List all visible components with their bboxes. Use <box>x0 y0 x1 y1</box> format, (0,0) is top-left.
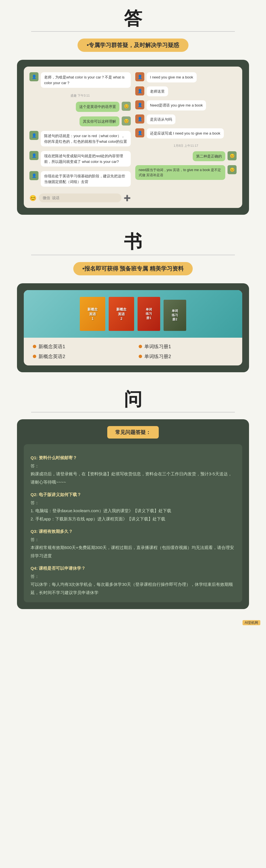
right-avatar3: 👤 <box>135 100 144 110</box>
right-msg6-row: 第二种是正确的 😊 <box>135 151 237 161</box>
bullet-3 <box>33 355 36 358</box>
chat-input-row[interactable]: 😊 ➕ <box>29 193 131 202</box>
bullet-1 <box>33 345 36 348</box>
books-divider <box>31 255 235 255</box>
faq-body4: 可以休学；每人均有3次休学机会，每次最多休学30天（登录课程自行操作即可办理），… <box>31 581 235 597</box>
reply2-bubble: 其实你可以这样理解 <box>79 117 120 127</box>
faq-body1: 购课成功后，请登录账号，在【资料快递】处填写收货信息，资料会在三个工作日内发货，… <box>31 470 235 486</box>
chat-container: 👤 老师，为啥是what color is your car？不是 what i… <box>17 60 249 215</box>
right-msg2-row: 👤 老师送里 <box>135 86 237 97</box>
right-msg7-row: need跟当于动词，you 宾语，to give me a book 是不定式做… <box>135 165 237 180</box>
right-avatar1: 👤 <box>135 72 144 81</box>
right-my-avatar2: 😊 <box>228 165 237 174</box>
book-cover-2: 新概念英语2 <box>109 297 134 331</box>
watermark-area: AI堂机网 <box>0 618 266 628</box>
student-avatar2: 😊 <box>122 117 131 125</box>
reply3-bubble: 现在把陈述句变成疑问句就是把red处的内容管理前，所以题问就变成了 what c… <box>41 151 131 166</box>
right-timestamp: 1月8日 上午11:17 <box>135 144 237 148</box>
chat-inner: 👤 老师，为啥是what color is your car？不是 what i… <box>24 67 242 208</box>
right-my-avatar1: 😊 <box>228 151 237 160</box>
student-avatar1: 😊 <box>122 102 131 111</box>
teacher-avatar3: 👤 <box>29 151 38 160</box>
book-cover-4: 单词练习册2 <box>164 300 186 331</box>
faq-item-1: Q1: 资料什么时候邮寄？ 答： 购课成功后，请登录账号，在【资料快递】处填写收… <box>31 454 235 486</box>
add-icon[interactable]: ➕ <box>124 195 131 202</box>
faq-a4: 答： <box>31 572 235 581</box>
right-msg7: need跟当于动词，you 宾语，to give me a book 是不定式做… <box>135 165 225 180</box>
book-label-2: 单词练习册1 <box>144 343 171 350</box>
book-cover-1: 新概念英语1 <box>80 297 105 331</box>
faq-container: 常见问题答疑： Q1: 资料什么时候邮寄？ 答： 购课成功后，请登录账号，在【资… <box>17 419 249 609</box>
reply4-bubble: 你现在处于英语学习很基础的阶段，建议先把这些当做固定搭配（词组）去背 <box>41 171 131 187</box>
faq-a3: 答： <box>31 536 235 544</box>
book-label-3: 新概念英语2 <box>38 353 65 360</box>
faq-item-4: Q4: 课程是否可以申请休学？ 答： 可以休学；每人均有3次休学机会，每次最多休… <box>31 564 235 597</box>
chat-right-panel: 👤 I need you give me a book 👤 老师送里 👤 Nee… <box>135 72 237 202</box>
right-msg1: I need you give me a book <box>146 72 197 83</box>
book-item-3: 新概念英语2 <box>33 353 127 360</box>
right-msg5-row: 👤 还是应该写成 I need you to give me a book <box>135 128 237 138</box>
book-label-4: 单词练习册2 <box>144 353 171 360</box>
right-msg3-row: 👤 Need是谓语 you give me a book <box>135 100 237 111</box>
reply4-row: 👤 你现在处于英语学习很基础的阶段，建议先把这些当做固定搭配（词组）去背 <box>29 171 131 187</box>
right-msg1-row: 👤 I need you give me a book <box>135 72 237 83</box>
bullet-2 <box>139 345 142 348</box>
right-msg3: Need是谓语 you give me a book <box>146 100 206 111</box>
teacher-avatar2: 👤 <box>29 131 38 140</box>
watermark-badge: AI堂机网 <box>242 620 260 625</box>
book-label-1: 新概念英语1 <box>38 343 65 350</box>
books-list: 新概念英语1 单词练习册1 新概念英语2 单词练习册2 <box>24 338 242 366</box>
chat-timestamp-left: 盛趣 下午3:11 <box>29 93 131 98</box>
faq-q4: Q4: 课程是否可以申请休学？ <box>31 564 235 572</box>
reply1-row: 这个是英语中的语序置 😊 <box>29 102 131 112</box>
bullet-4 <box>139 355 142 358</box>
reply3-row: 👤 现在把陈述句变成疑问句就是把red处的内容管理前，所以题问就变成了 what… <box>29 151 131 166</box>
teacher-avatar4: 👤 <box>29 171 38 180</box>
right-msg2: 老师送里 <box>146 86 168 97</box>
faq-q3: Q3: 课程有效期多久？ <box>31 527 235 536</box>
answer-divider <box>31 31 235 32</box>
teacher-avatar: 👤 <box>29 72 38 81</box>
chat-row-teacher: 👤 老师，为啥是what color is your car？不是 what i… <box>29 72 131 88</box>
book-item-4: 单词练习册2 <box>139 353 233 360</box>
right-avatar2: 👤 <box>135 86 144 95</box>
right-msg5: 还是应该写成 I need you to give me a book <box>146 128 224 138</box>
books-section: 书 •报名即可获得 预备班专属 精美学习资料 新概念英语1 新概念英语2 单词练… <box>0 223 266 380</box>
right-msg4-row: 👤 是宾语从句吗 <box>135 115 237 125</box>
chat-left-panel: 👤 老师，为啥是what color is your car？不是 what i… <box>29 72 131 202</box>
faq-content: Q1: 资料什么时候邮寄？ 答： 购课成功后，请登录账号，在【资料快递】处填写收… <box>24 444 242 602</box>
right-avatar4: 👤 <box>135 115 144 124</box>
book-cover-3: 单词练习册1 <box>137 297 160 331</box>
faq-body3: 本课程常规有效期600天+免费延期300天，课程过期后，直录播课程（包括缓存视频… <box>31 544 235 560</box>
faq-subtitle: 常见问题答疑： <box>107 426 159 438</box>
faq-a2: 答： <box>31 499 235 507</box>
books-container: 新概念英语1 新概念英语2 单词练习册1 单词练习册2 新概 <box>17 283 249 372</box>
faq-body2: 1. 电脑端：登录daxue.koolearn.com）进入我的课堂》【讲义下载… <box>31 507 235 523</box>
books-inner: 新概念英语1 新概念英语2 单词练习册1 单词练习册2 新概 <box>24 290 242 366</box>
book-item-2: 单词练习册1 <box>139 343 233 350</box>
books-title: 书 <box>6 232 260 252</box>
right-msg4: 是宾语从句吗 <box>146 115 175 125</box>
books-banner: 新概念英语1 新概念英语2 单词练习册1 单词练习册2 <box>24 290 242 338</box>
faq-q2: Q2: 电子版讲义如何下载？ <box>31 491 235 499</box>
faq-item-2: Q2: 电子版讲义如何下载？ 答： 1. 电脑端：登录daxue.koolear… <box>31 491 235 523</box>
emoji-icon[interactable]: 😊 <box>29 195 36 202</box>
book-item-1: 新概念英语1 <box>33 343 127 350</box>
student-long-row: 👤 陈述句的话就是：your car is red（what color），你的… <box>29 131 131 147</box>
answer-title: 答 <box>6 8 260 28</box>
faq-divider <box>31 412 235 412</box>
answer-subtitle: •专属学习群答疑，及时解决学习疑惑 <box>77 38 188 52</box>
reply2-row: 其实你可以这样理解 😊 <box>29 117 131 127</box>
answer-section: 答 •专属学习群答疑，及时解决学习疑惑 👤 老师，为啥是what color i… <box>0 0 266 223</box>
faq-q1: Q1: 资料什么时候邮寄？ <box>31 454 235 462</box>
reply1-bubble: 这个是英语中的语序置 <box>76 102 120 112</box>
faq-section: 问 常见问题答疑： Q1: 资料什么时候邮寄？ 答： 购课成功后，请登录账号，在… <box>0 381 266 618</box>
faq-item-3: Q3: 课程有效期多久？ 答： 本课程常规有效期600天+免费延期300天，课程… <box>31 527 235 560</box>
faq-a1: 答： <box>31 462 235 470</box>
chat-input[interactable] <box>39 193 122 202</box>
books-subtitle: •报名即可获得 预备班专属 精美学习资料 <box>73 262 193 275</box>
student-long-bubble: 陈述句的话就是：your car is red（what color），你的车是… <box>41 131 131 147</box>
right-avatar5: 👤 <box>135 128 144 137</box>
teacher-bubble: 老师，为啥是what color is your car？不是 what is … <box>41 72 131 88</box>
faq-title: 问 <box>6 389 260 409</box>
